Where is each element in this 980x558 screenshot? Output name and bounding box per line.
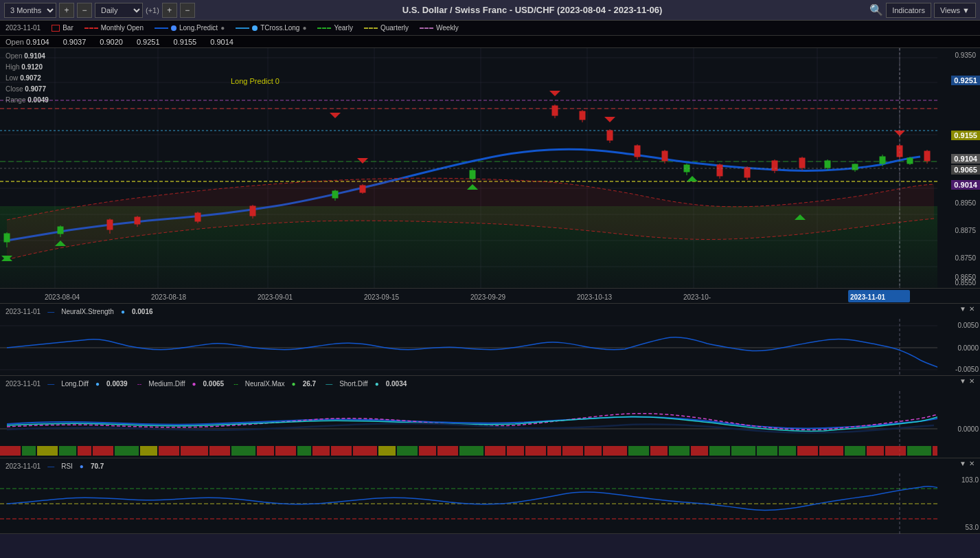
interval-select[interactable]: Daily Weekly Monthly [95, 3, 143, 18]
period-select[interactable]: 3 Months 1 Month 6 Months [4, 3, 56, 18]
diff-collapse[interactable]: ▼ [959, 377, 966, 385]
svg-rect-126 [485, 446, 505, 456]
svg-rect-147 [933, 446, 937, 456]
svg-rect-116 [275, 446, 296, 456]
svg-rect-133 [628, 446, 649, 456]
y-axis: 0.9350 0.9251 0.9155 0.9104 0.9065 0.901… [937, 48, 980, 288]
svg-rect-111 [159, 446, 179, 456]
rsi-label: RSI [61, 462, 73, 470]
svg-rect-143 [845, 446, 865, 456]
x-axis-svg: 2023-08-04 2023-08-18 2023-09-01 2023-09… [0, 289, 937, 304]
y-highlight-9065: 0.9065 [951, 165, 980, 175]
svg-rect-104 [22, 446, 36, 456]
svg-rect-142 [819, 446, 843, 456]
svg-rect-115 [257, 446, 274, 456]
svg-rect-128 [525, 446, 546, 456]
svg-rect-130 [562, 446, 583, 456]
toolbar: 3 Months 1 Month 6 Months + − Daily Week… [0, 0, 980, 21]
rsi-close[interactable]: ✕ [969, 460, 975, 467]
chart-title: U.S. Dollar / Swiss Franc - USD/CHF (202… [198, 5, 867, 15]
longdiff-label: Long.Diff [61, 380, 89, 388]
neurax-label: NeuralX.Strength [61, 308, 114, 315]
svg-rect-62 [662, 151, 668, 161]
svg-rect-119 [331, 446, 352, 456]
svg-rect-66 [744, 168, 750, 177]
svg-text:2023-11-01: 2023-11-01 [850, 293, 886, 301]
svg-rect-134 [650, 446, 668, 456]
ohlc-ref6: 0.9014 [210, 38, 233, 46]
legend-monthly-open: Monthly Open [84, 24, 144, 32]
svg-rect-30 [332, 191, 338, 198]
svg-rect-60 [635, 146, 640, 157]
x-axis: 2023-08-04 2023-08-18 2023-09-01 2023-09… [0, 289, 980, 304]
diff-svg [0, 391, 937, 458]
indicators-button[interactable]: Indicators [886, 3, 931, 18]
legend-weekly: Weekly [420, 24, 459, 32]
neurax-close[interactable]: ✕ [969, 305, 975, 313]
shortdiff-value: 0.0034 [386, 380, 407, 388]
main-chart[interactable]: Open 0.9104 High 0.9120 Low 0.9072 Close… [0, 48, 980, 289]
rsi-collapse[interactable]: ▼ [959, 460, 966, 467]
mediff-value: 0.0065 [203, 380, 225, 388]
svg-rect-46 [135, 217, 140, 224]
views-button[interactable]: Views ▼ [934, 3, 976, 18]
svg-rect-140 [779, 446, 796, 456]
svg-rect-64 [717, 165, 722, 176]
rsi-controls: ▼ ✕ [959, 460, 975, 467]
diff-date: 2023-11-01 [5, 380, 41, 388]
neurax-controls: ▼ ✕ [959, 305, 975, 313]
svg-rect-122 [397, 446, 418, 456]
svg-text:2023-10-13: 2023-10-13 [577, 293, 613, 301]
nav-forward-btn[interactable]: + [162, 3, 177, 18]
neurax-name: — [47, 308, 54, 315]
svg-rect-70 [799, 158, 805, 168]
svg-text:2023-09-15: 2023-09-15 [364, 293, 400, 301]
search-button[interactable]: 🔍 [869, 3, 883, 16]
svg-rect-50 [250, 206, 255, 216]
svg-text:2023-08-04: 2023-08-04 [45, 293, 80, 301]
neurax-date: 2023-11-01 [5, 308, 41, 315]
svg-rect-138 [731, 446, 755, 456]
mediff-label: Medium.Diff [148, 380, 185, 388]
svg-rect-40 [880, 157, 885, 164]
svg-rect-129 [547, 446, 561, 456]
period-sub-btn[interactable]: − [77, 3, 92, 18]
svg-rect-131 [584, 446, 602, 456]
svg-rect-44 [107, 220, 113, 230]
svg-rect-137 [709, 446, 730, 456]
diff-close[interactable]: ✕ [969, 377, 975, 385]
shortdiff-label: Short.Diff [339, 380, 368, 388]
svg-rect-112 [181, 446, 208, 456]
svg-rect-32 [470, 170, 475, 179]
svg-rect-123 [419, 446, 436, 456]
svg-rect-106 [59, 446, 76, 456]
svg-rect-132 [603, 446, 627, 456]
svg-rect-26 [4, 234, 10, 242]
ohlc-info: Open 0.9104 High 0.9120 Low 0.9072 Close… [5, 51, 49, 106]
neurax-y-axis: 0.0050 0.0000 -0.0050 [937, 319, 980, 376]
svg-rect-56 [580, 111, 585, 120]
svg-rect-114 [231, 446, 255, 456]
svg-rect-68 [772, 161, 777, 170]
ohlc-ref5: 0.9155 [174, 38, 197, 46]
rsi-y-axis: 103.0 53.0 [937, 473, 980, 534]
y-highlight-9104: 0.9104 [951, 154, 980, 164]
svg-rect-113 [209, 446, 230, 456]
period-add-btn[interactable]: + [59, 3, 74, 18]
neurax-collapse[interactable]: ▼ [959, 305, 966, 313]
svg-rect-103 [0, 446, 21, 456]
svg-rect-135 [669, 446, 690, 456]
main-chart-svg: Long Predict 0 [0, 48, 937, 288]
rsi-svg [0, 473, 937, 534]
svg-rect-118 [312, 446, 330, 456]
diff-y-axis: 0.0000 [937, 391, 980, 458]
svg-rect-38 [852, 164, 858, 170]
svg-rect-109 [115, 446, 139, 456]
svg-rect-105 [37, 446, 58, 456]
diff-panel: 2023-11-01 — Long.Diff ● 0.0039 -- Mediu… [0, 376, 980, 458]
nav-back-btn[interactable]: − [180, 3, 195, 18]
ohlc-ref4: 0.9251 [137, 38, 160, 46]
svg-rect-146 [907, 446, 931, 456]
legend-long-predict: Long.Predict ● [155, 24, 225, 32]
y-highlight-9155: 0.9155 [951, 131, 980, 140]
